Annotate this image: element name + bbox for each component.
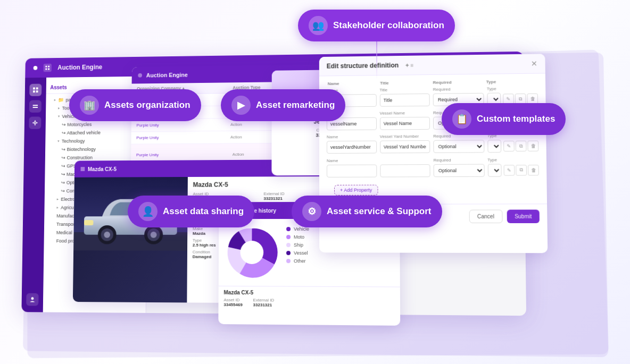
sp-name-input-3[interactable]: [327, 141, 377, 154]
sp-name-input-4[interactable]: [327, 164, 377, 177]
svg-rect-5: [36, 87, 38, 89]
mp-asset-detail: Mazda CX-5 Asset ID 33455469 External ID…: [218, 286, 400, 312]
connector-line-stakeholder: [376, 36, 377, 79]
mp-asset-id-value: 33455469: [223, 302, 242, 307]
stakeholder-icon: 👥: [309, 16, 328, 35]
svg-rect-8: [33, 105, 38, 106]
svg-point-15: [31, 297, 34, 300]
sidebar-icon-settings[interactable]: [29, 116, 41, 129]
sidebar-icon-user[interactable]: [26, 293, 38, 306]
adp-asset-title: Mazda CX-5: [193, 181, 330, 189]
sp-action-edit-3[interactable]: ✎: [503, 141, 515, 151]
svg-point-35: [240, 241, 263, 264]
sp-name-label-4: Name: [327, 158, 377, 163]
svg-rect-1: [48, 66, 49, 67]
sp-type-select-4[interactable]: String: [487, 164, 501, 176]
legend-dot-moto: [286, 235, 291, 239]
sp-header: Edit structure definition ✦ ≡ ✕: [319, 54, 545, 76]
submit-button[interactable]: Submit: [507, 209, 539, 223]
badge-custom-templates: 📋 Custom templates: [442, 103, 566, 135]
sp-title-input-3[interactable]: [380, 140, 430, 154]
sp-type-label-4: Type: [487, 157, 501, 162]
sp-body: Name Title Required Type Name Title: [319, 73, 547, 204]
svg-point-10: [34, 122, 36, 124]
mp-asset-id-label: Asset ID: [223, 298, 242, 302]
legend-dot-ship: [286, 243, 291, 247]
app-sidebar: [21, 78, 46, 312]
svg-rect-9: [33, 107, 38, 108]
sp-name-label-3: Name: [327, 134, 377, 140]
svg-rect-6: [33, 90, 35, 92]
svg-rect-2: [45, 69, 47, 70]
badge-custom-templates-label: Custom templates: [477, 114, 555, 124]
legend-dot-vehicle: [286, 227, 291, 231]
asset-service-icon: ⚙: [302, 202, 321, 221]
mp-external-id-group: External ID 33231321: [253, 298, 274, 307]
svg-rect-3: [48, 68, 49, 70]
badge-data-sharing-label: Asset data sharing: [163, 206, 244, 217]
sp-title-input-2[interactable]: [379, 117, 430, 130]
mp-asset-id-group: Asset ID 33455469: [223, 298, 242, 307]
sp-close-button[interactable]: ✕: [531, 59, 538, 67]
sp-action-delete-3[interactable]: 🗑: [527, 141, 538, 151]
adp-dot: [81, 167, 85, 171]
legend-dot-vessel: [286, 251, 291, 255]
sp-required-label-1: Required: [433, 87, 484, 92]
legend-other: Other: [286, 258, 395, 264]
sp-title: Edit structure definition ✦ ≡: [327, 60, 531, 70]
badge-asset-service-label: Asset service & Support: [327, 206, 432, 217]
custom-templates-icon: 📋: [452, 109, 471, 129]
sp-action-delete-4[interactable]: 🗑: [528, 165, 539, 175]
svg-rect-7: [36, 90, 38, 92]
sp-action-edit-4[interactable]: ✎: [504, 165, 515, 175]
add-property-button[interactable]: + Add Property: [334, 185, 378, 196]
svg-point-32: [151, 232, 157, 238]
sp-title-label-1: Title: [379, 87, 429, 92]
data-sharing-icon: 👤: [138, 202, 158, 221]
svg-rect-4: [33, 87, 35, 89]
mp-external-id-label: External ID: [253, 298, 274, 302]
svg-rect-33: [84, 220, 93, 225]
sp-type-label-1: Type: [487, 86, 501, 91]
sp-action-copy-4[interactable]: ⧉: [516, 165, 527, 175]
panel-dot: [138, 73, 142, 78]
svg-rect-25: [73, 232, 187, 251]
sp-type-select-3[interactable]: String: [487, 140, 501, 153]
cancel-button[interactable]: Cancel: [469, 210, 502, 223]
sp-required-label-4: Required: [433, 157, 484, 163]
badge-asset-data-sharing: 👤 Asset data sharing: [128, 196, 254, 227]
sp-title-label-2: Vessel Name: [379, 111, 429, 116]
app-logo: [34, 66, 38, 70]
badge-asset-service-support: ⚙ Asset service & Support: [292, 196, 442, 227]
assets-org-icon: 🏢: [80, 96, 99, 115]
sp-required-select-4[interactable]: Optional Required: [434, 164, 485, 177]
sp-action-copy-3[interactable]: ⧉: [516, 141, 527, 151]
badge-assets-org-label: Assets organization: [104, 100, 190, 111]
pie-chart: [223, 223, 281, 282]
legend-dot-other: [286, 259, 291, 263]
mp-asset-name: Mazda CX-5: [224, 290, 395, 297]
adp-title: Mazda CX-5: [88, 166, 117, 172]
sp-title-input-4[interactable]: [380, 164, 430, 177]
sidebar-icon-assets[interactable]: [29, 84, 42, 96]
badge-assets-organization: 🏢 Assets organization: [69, 89, 201, 121]
sp-title-label-3: Vessel Yard Number: [380, 134, 430, 139]
mp-asset-ids: Asset ID 33455469 External ID 33231321: [223, 298, 394, 308]
badge-remarketing-label: Asset remarketing: [256, 100, 335, 111]
main-scene: 👥 Stakeholder collaboration 🏢 Assets org…: [0, 0, 630, 364]
mp-external-id-value: 33231321: [253, 302, 274, 307]
remarketing-icon: ▶: [231, 96, 251, 115]
badge-stakeholder-label: Stakeholder collaboration: [333, 20, 444, 31]
sp-required-select-3[interactable]: Optional Required: [433, 140, 484, 153]
badge-stakeholder-collaboration: 👥 Stakeholder collaboration: [298, 10, 455, 41]
sidebar-icon-auction[interactable]: [29, 100, 42, 112]
sp-title-input-1[interactable]: [379, 94, 429, 107]
svg-rect-0: [45, 66, 47, 67]
badge-asset-remarketing: ▶ Asset remarketing: [221, 89, 345, 121]
